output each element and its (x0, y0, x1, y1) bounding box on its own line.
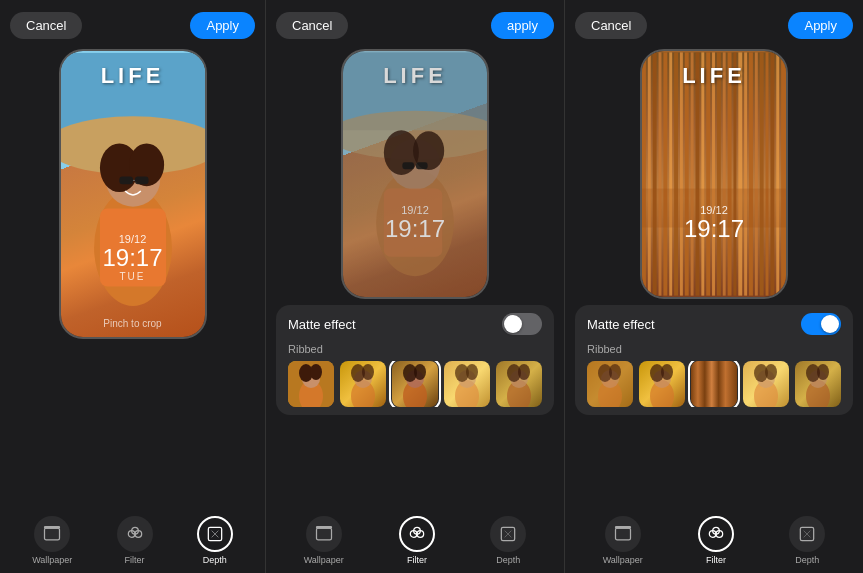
panel-3-thumb-3[interactable] (691, 361, 737, 407)
wallpaper-icon (42, 524, 62, 544)
panel-2-thumb-3[interactable] (392, 361, 438, 407)
panel-2-tool-wallpaper[interactable]: Wallpaper (304, 516, 344, 565)
panel-2-phone-screen: LIFE 19/12 19:17 (343, 51, 487, 297)
panel-3-time: 19:17 (642, 216, 786, 242)
panel-1-wallpaper-label: Wallpaper (32, 555, 72, 565)
svg-rect-6 (119, 176, 133, 184)
panel-3-toolbar: Wallpaper Filter (575, 510, 853, 565)
depth-icon (205, 524, 225, 544)
p2-wallpaper-icon (314, 524, 334, 544)
svg-point-99 (817, 364, 829, 380)
panel-3-cancel-button[interactable]: Cancel (575, 12, 647, 39)
panel-2-matte-toggle[interactable] (502, 313, 542, 335)
panel-1-tool-depth[interactable]: Depth (197, 516, 233, 565)
panel-3-phone-title: LIFE (642, 63, 786, 89)
panel-2-thumb-2-inner (340, 361, 386, 407)
panel-1-day: TUE (61, 271, 205, 282)
panel-2-phone-title: LIFE (343, 63, 487, 89)
panel-2-matte-section: Matte effect Ribbed (276, 305, 554, 415)
panel-2-thumb-4-inner (444, 361, 490, 407)
panel-2-time: 19:17 (343, 216, 487, 242)
panel-1-filter-label: Filter (125, 555, 145, 565)
svg-rect-100 (615, 528, 630, 540)
panel-2-bg: LIFE 19/12 19:17 (343, 51, 487, 297)
panel-2-thumb-strip (288, 361, 542, 407)
panel-1-apply-button[interactable]: Apply (190, 12, 255, 39)
panel-3-apply-button[interactable]: Apply (788, 12, 853, 39)
panel-3-filter-label: Filter (706, 555, 726, 565)
panel-3-date: 19/12 (642, 204, 786, 216)
panel-2-matte-row: Matte effect (288, 313, 542, 335)
svg-point-95 (765, 364, 777, 380)
panel-3-tool-depth[interactable]: Depth (789, 516, 825, 565)
panel-1-phone-screen: LIFE 19/12 19:17 TUE Pinch to crop (61, 51, 205, 337)
panel-3-thumb-5-inner (795, 361, 841, 407)
p3-wallpaper-icon-wrap (605, 516, 641, 552)
svg-rect-48 (316, 527, 331, 529)
panel-2-thumb-5[interactable] (496, 361, 542, 407)
svg-point-33 (362, 364, 374, 380)
panel-2-depth-label: Depth (496, 555, 520, 565)
panel-3-bg: LIFE 19/12 19:17 (642, 51, 786, 297)
panel-3-matte-row: Matte effect (587, 313, 841, 335)
panel-1-tool-filter[interactable]: Filter (117, 516, 153, 565)
panel-3-matte-section: Matte effect Ribbed (575, 305, 853, 415)
panel-3-toggle-thumb (821, 315, 839, 333)
svg-rect-23 (416, 162, 428, 169)
panel-3-thumb-2-inner (639, 361, 685, 407)
svg-point-38 (414, 364, 426, 380)
panel-2-thumb-1-inner (288, 361, 334, 407)
panel-1-depth-label: Depth (203, 555, 227, 565)
panel-1-bg: LIFE 19/12 19:17 TUE Pinch to crop (61, 51, 205, 337)
svg-point-42 (466, 364, 478, 380)
p2-depth-icon (498, 524, 518, 544)
p3-filter-icon-wrap (698, 516, 734, 552)
panel-3-tool-filter[interactable]: Filter (698, 516, 734, 565)
panel-1: Cancel Apply (0, 0, 266, 573)
p2-filter-icon (407, 524, 427, 544)
panel-3-tool-wallpaper[interactable]: Wallpaper (603, 516, 643, 565)
panel-2-thumb-4[interactable] (444, 361, 490, 407)
panel-2-cancel-button[interactable]: Cancel (276, 12, 348, 39)
svg-rect-22 (402, 162, 414, 169)
panel-3-thumb-5[interactable] (795, 361, 841, 407)
svg-rect-91 (691, 361, 737, 407)
panel-2-thumb-1[interactable] (288, 361, 334, 407)
panel-2-toolbar: Wallpaper Filter (276, 510, 554, 565)
panel-2-time-area: 19/12 19:17 (343, 204, 487, 242)
panel-2-top-bar: Cancel apply (276, 12, 554, 39)
panel-3-matte-toggle[interactable] (801, 313, 841, 335)
svg-rect-101 (615, 527, 630, 529)
panel-1-date: 19/12 (61, 233, 205, 245)
panel-3-time-area: 19/12 19:17 (642, 204, 786, 242)
panel-2: Cancel apply LIFE (266, 0, 565, 573)
panel-2-phone-mockup: LIFE 19/12 19:17 (341, 49, 489, 299)
panel-3-thumb-1-inner (587, 361, 633, 407)
panel-2-thumb-2[interactable] (340, 361, 386, 407)
panel-1-phone-title: LIFE (61, 63, 205, 89)
p3-wallpaper-icon (613, 524, 633, 544)
filter-icon (125, 524, 145, 544)
panel-3-depth-label: Depth (795, 555, 819, 565)
panel-1-time: 19:17 (61, 245, 205, 271)
panel-2-tool-depth[interactable]: Depth (490, 516, 526, 565)
panel-2-date: 19/12 (343, 204, 487, 216)
panel-3-phone-screen: LIFE 19/12 19:17 (642, 51, 786, 297)
panel-3-thumb-1[interactable] (587, 361, 633, 407)
panel-2-apply-button[interactable]: apply (491, 12, 554, 39)
p3-filter-icon (706, 524, 726, 544)
panel-2-filter-label: Filter (407, 555, 427, 565)
panel-2-toggle-thumb (504, 315, 522, 333)
panel-2-wallpaper-label: Wallpaper (304, 555, 344, 565)
panel-1-tool-wallpaper[interactable]: Wallpaper (32, 516, 72, 565)
svg-rect-10 (45, 528, 60, 540)
panel-1-cancel-button[interactable]: Cancel (10, 12, 82, 39)
panel-3-thumb-4[interactable] (743, 361, 789, 407)
panel-1-top-bar: Cancel Apply (10, 12, 255, 39)
panel-2-matte-label: Matte effect (288, 317, 356, 332)
depth-icon-wrap (197, 516, 233, 552)
panel-2-tool-filter[interactable]: Filter (399, 516, 435, 565)
panel-1-pinch-hint: Pinch to crop (61, 318, 205, 329)
panel-1-time-area: 19/12 19:17 TUE (61, 233, 205, 282)
panel-3-thumb-2[interactable] (639, 361, 685, 407)
